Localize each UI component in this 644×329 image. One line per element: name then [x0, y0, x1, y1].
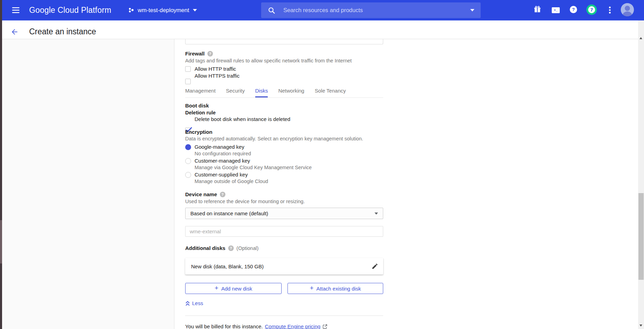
- chevron-down-icon: [193, 9, 197, 11]
- additional-disk-card: New disk (data, Blank, 150 GB): [185, 258, 383, 275]
- more-options-icon[interactable]: [609, 7, 611, 14]
- additional-disks-label: Additional disks: [185, 245, 225, 251]
- attach-existing-disk-label: Attach existing disk: [316, 286, 361, 292]
- encryption-heading: Encryption: [185, 129, 212, 135]
- additional-disks-label-row: Additional disks ? (Optional): [185, 245, 259, 251]
- attach-existing-disk-button[interactable]: + Attach existing disk: [287, 283, 383, 294]
- device-name-label-row: Device name ?: [185, 191, 225, 197]
- avatar[interactable]: [621, 3, 634, 16]
- firewall-help-icon[interactable]: ?: [207, 51, 213, 57]
- notifications-badge[interactable]: 7: [586, 5, 597, 15]
- search-dropdown-caret-icon[interactable]: [470, 9, 474, 11]
- scrollbar-up-arrow[interactable]: [639, 37, 642, 39]
- firewall-label: Firewall: [185, 51, 205, 57]
- customer-managed-key-label[interactable]: Customer-managed key: [195, 158, 250, 164]
- plus-icon: +: [215, 284, 218, 292]
- tabs-divider: [185, 97, 383, 98]
- device-name-input[interactable]: [185, 226, 383, 237]
- customer-supplied-key-sublabel: Manage outside of Google Cloud: [195, 179, 268, 184]
- left-edge-strip: [0, 0, 2, 329]
- page-title: Create an instance: [29, 27, 96, 36]
- gcp-logo: Google Cloud Platform: [29, 0, 111, 20]
- disk-summary: New disk (data, Blank, 150 GB): [191, 263, 371, 269]
- external-link-icon: [323, 324, 327, 329]
- notification-count: 7: [586, 5, 597, 15]
- project-selector[interactable]: wm-test-deployment: [128, 0, 197, 20]
- allow-http-checkbox[interactable]: [185, 66, 191, 72]
- tab-networking[interactable]: Networking: [278, 88, 304, 97]
- network-tags-input-partial[interactable]: [185, 39, 383, 44]
- plus-icon: +: [310, 284, 314, 292]
- tab-sole-tenancy[interactable]: Sole Tenancy: [315, 88, 346, 97]
- radio-customer-managed-key[interactable]: [185, 158, 191, 164]
- add-new-disk-button[interactable]: + Add new disk: [185, 283, 282, 294]
- tab-security[interactable]: Security: [226, 88, 245, 97]
- footer-divider: [185, 315, 383, 316]
- left-blank-panel: [2, 39, 174, 329]
- customer-managed-key-sublabel: Manage via Google Cloud Key Management S…: [195, 165, 312, 170]
- tab-disks[interactable]: Disks: [255, 88, 268, 97]
- page-header: [2, 20, 638, 39]
- compute-engine-pricing-link[interactable]: Compute Engine pricing: [265, 323, 320, 329]
- boot-disk-heading: Boot disk: [185, 103, 209, 109]
- device-name-select[interactable]: Based on instance name (default): [185, 208, 383, 219]
- search-bar[interactable]: [261, 2, 481, 18]
- cloud-shell-icon[interactable]: >_: [552, 7, 560, 13]
- google-managed-key-label[interactable]: Google-managed key: [195, 144, 244, 150]
- search-icon: [268, 7, 275, 14]
- tab-management[interactable]: Management: [185, 88, 216, 97]
- device-name-help-icon[interactable]: ?: [220, 192, 225, 197]
- back-arrow-icon[interactable]: [10, 28, 19, 36]
- billed-text: You will be billed for this instance.: [185, 323, 263, 329]
- device-name-select-value: Based on instance name (default): [190, 210, 375, 216]
- delete-boot-disk-label[interactable]: Delete boot disk when instance is delete…: [195, 116, 290, 122]
- menu-icon[interactable]: [12, 7, 19, 13]
- less-label: Less: [192, 300, 203, 306]
- edit-pencil-icon[interactable]: [371, 263, 378, 270]
- billing-note: You will be billed for this instance. Co…: [185, 323, 327, 329]
- add-new-disk-label: Add new disk: [221, 286, 252, 292]
- project-icon: [128, 7, 134, 13]
- whats-new-gift-icon[interactable]: [534, 6, 541, 13]
- encryption-description: Data is encrypted automatically. Select …: [185, 136, 363, 141]
- allow-http-label[interactable]: Allow HTTP traffic: [195, 66, 236, 72]
- radio-customer-supplied-key[interactable]: [185, 172, 191, 178]
- allow-https-checkbox[interactable]: [185, 79, 191, 84]
- help-icon[interactable]: ?: [570, 6, 577, 13]
- google-managed-key-sublabel: No configuration required: [195, 151, 251, 156]
- device-name-label: Device name: [185, 191, 217, 197]
- firewall-description: Add tags and firewall rules to allow spe…: [185, 58, 352, 63]
- vertical-scrollbar-thumb[interactable]: [638, 193, 644, 280]
- radio-google-managed-key[interactable]: [185, 144, 191, 150]
- additional-disks-optional-note: (Optional): [237, 245, 259, 251]
- deletion-rule-label: Deletion rule: [185, 110, 216, 115]
- app-bar: Google Cloud Platform wm-test-deployment: [0, 0, 644, 20]
- device-name-description: Used to reference the device for mountin…: [185, 199, 305, 204]
- select-caret-icon: [375, 213, 378, 215]
- firewall-label-row: Firewall ?: [185, 51, 213, 57]
- vertical-scrollbar-track[interactable]: [638, 20, 644, 329]
- search-input[interactable]: [283, 7, 470, 14]
- customer-supplied-key-label[interactable]: Customer-supplied key: [195, 172, 248, 178]
- additional-disks-help-icon[interactable]: ?: [228, 245, 234, 251]
- screen: Google Cloud Platform wm-test-deployment: [0, 0, 644, 329]
- scrollbar-down-arrow[interactable]: [639, 324, 642, 327]
- collapse-less-link[interactable]: Less: [185, 300, 203, 306]
- project-name: wm-test-deployment: [138, 7, 189, 14]
- settings-tabs: Management Security Disks Networking Sol…: [185, 88, 346, 97]
- allow-https-label[interactable]: Allow HTTPS traffic: [195, 73, 240, 79]
- double-chevron-up-icon: [185, 301, 190, 306]
